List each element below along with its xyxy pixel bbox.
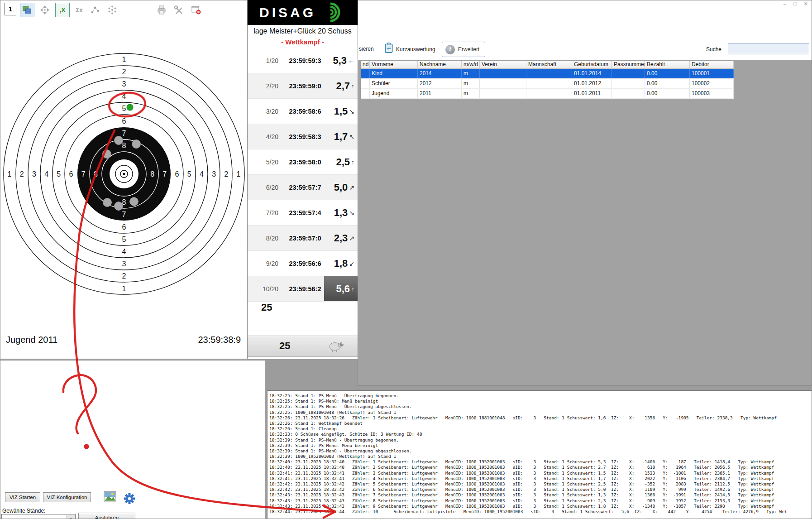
search-input[interactable] [728, 43, 809, 54]
member-cell: 2012 [418, 79, 462, 88]
shot-row[interactable]: 1/2023:59:59:35,3← [248, 48, 358, 73]
member-cell [361, 69, 370, 78]
viz-start-button[interactable]: VIZ Starten [5, 492, 40, 502]
shot-number: 4/20 [255, 133, 278, 140]
shot-row[interactable]: 8/2023:59:57:02,3↗ [248, 226, 358, 251]
log-line: 18:32:42: 23.11.2025 18:32:42 Zähler: 6 … [269, 487, 810, 492]
member-cell: Jugend [370, 89, 418, 98]
svg-text:5: 5 [122, 235, 126, 243]
member-cell: 01.01.2011 [572, 89, 612, 98]
chevron-down-icon[interactable]: ▼ [67, 515, 75, 519]
shot-time: 23:59:58:6 [285, 108, 325, 115]
shot-value-cell: 5,0↗ [324, 175, 358, 200]
shooter-label: Jugend 2011 [6, 335, 57, 345]
member-cell [361, 89, 370, 98]
shot-value-cell: 2,5↑ [324, 149, 358, 174]
column-header[interactable]: Passnummer [612, 61, 645, 69]
mascot-icon [328, 340, 346, 353]
member-cell: 01.01.2014 [572, 69, 612, 78]
shot-row[interactable]: 9/2023:59:56:61,8↙ [248, 251, 358, 276]
shot-row[interactable]: 4/2023:59:58:31,7↖ [248, 124, 358, 149]
svg-text:4: 4 [44, 170, 48, 178]
svg-text:7: 7 [162, 170, 167, 178]
member-cell: 0.00 [645, 69, 690, 78]
svg-text:3: 3 [32, 170, 36, 178]
shot-value-cell: 1,3↘ [324, 200, 358, 225]
stand-image-icon[interactable] [104, 491, 116, 502]
member-cell: m [462, 69, 480, 78]
shot-list: 1/2023:59:59:35,3←2/2023:59:59:02,7↑3/20… [248, 48, 358, 302]
erweitert-button[interactable]: i Erweitert [442, 42, 485, 57]
member-cell [526, 89, 572, 98]
shot-row[interactable]: 3/2023:59:58:61,5↘ [248, 99, 358, 124]
svg-text:7: 7 [81, 170, 86, 178]
viz-config-button[interactable]: VIZ Konfiguration [43, 492, 91, 502]
shot-row[interactable]: 7/2023:59:57:41,3↘ [248, 200, 358, 226]
shot-direction-arrow: ↑ [351, 285, 354, 293]
shot-value: 5,6 [336, 283, 350, 295]
shot-number: 7/20 [255, 209, 278, 216]
column-header[interactable]: nd [361, 61, 370, 69]
shot-direction-arrow: ← [348, 57, 354, 64]
shot-value: 2,3 [334, 232, 348, 244]
column-header[interactable]: Mannschaft [526, 61, 572, 69]
svg-text:1: 1 [122, 285, 126, 293]
log-line: 18:32:26: 23.11.2025 18:32:26 Zähler: 1 … [269, 415, 810, 421]
window-controls: – □ ✕ [783, 1, 808, 7]
log-line: 18:32:43: 23.11.2025 18:32:43 Zähler: 7 … [269, 492, 810, 498]
log-window[interactable]: 18:32:25: Stand 1: PS-Menü - Übertragung… [267, 390, 812, 519]
viz-panel: VIZ Starten VIZ Konfiguration Gewählte S… [0, 360, 265, 519]
column-header[interactable]: m/w/d [462, 61, 480, 69]
log-line: 18:32:25: Stand 1: PS-Menü - Übertragung… [269, 393, 810, 399]
target-timestamp: 23:59:38:9 [198, 335, 241, 345]
shot-direction-arrow: ↗ [349, 235, 354, 242]
svg-text:2: 2 [122, 68, 126, 76]
svg-text:3: 3 [122, 260, 126, 268]
shot-row[interactable]: 5/2023:59:58:02,5↑ [248, 149, 358, 175]
member-row[interactable]: Kind2014m01.01.20140.00100001 [361, 69, 734, 79]
column-header[interactable]: Debitor [690, 61, 734, 69]
shot-value: 5,0 [334, 182, 348, 193]
log-line: 18:32:39: Stand 1: PS-Menü - Übertragung… [269, 437, 810, 443]
execute-button[interactable]: Ausführen [78, 513, 135, 519]
members-window: – □ ✕ sieren Kurzauswertung i Erweitert … [358, 0, 812, 386]
svg-text:2: 2 [20, 170, 24, 178]
stands-dropdown[interactable]: ▼ [1, 514, 76, 519]
minimize-button[interactable]: – [783, 1, 786, 7]
table-header-row: ndVornameNachnamem/w/dVereinMannschaftGe… [361, 61, 734, 69]
shot-row[interactable]: 10/2023:59:56:25,6↑ [248, 276, 358, 302]
member-cell: Schüler [370, 79, 418, 88]
member-cell: 2011 [418, 89, 462, 98]
svg-text:2: 2 [122, 272, 126, 280]
svg-text:4: 4 [122, 92, 126, 100]
column-header[interactable]: Bezahlt [645, 61, 690, 69]
settings-gear-icon[interactable] [124, 493, 135, 505]
log-line: 18:32:25: 1000_1881001048 (Wettkampf) au… [269, 410, 810, 415]
column-header[interactable]: Verein [480, 61, 526, 69]
column-header[interactable]: Nachname [418, 61, 462, 69]
column-header[interactable]: Geburtsdatum [572, 61, 612, 69]
log-line: 18:32:43: 23.11.2025 18:32:43 Zähler: 9 … [269, 504, 810, 509]
shot-row[interactable]: 2/2023:59:59:02,7↑ [248, 73, 358, 99]
shot-time: 23:59:59:3 [285, 57, 325, 64]
shot-number: 6/20 [255, 184, 278, 191]
titlebar-divider [377, 22, 812, 22]
log-line: 18:32:42: 23.11.2025 18:32:42 Zähler: 5 … [269, 481, 810, 487]
disag-header: DISAG [248, 0, 358, 25]
close-button[interactable]: ✕ [804, 1, 808, 7]
shot-row[interactable]: 6/2023:59:57:75,0↗ [248, 175, 358, 200]
maximize-button[interactable]: □ [793, 1, 797, 7]
log-line: 18:32:41: 23.11.2025 18:32:41 Zähler: 4 … [269, 476, 810, 481]
member-row[interactable]: Jugend2011m01.01.20110.00100003 [361, 89, 734, 99]
svg-text:8: 8 [94, 170, 98, 178]
svg-text:8: 8 [150, 170, 154, 178]
column-header[interactable]: Vorname [370, 61, 418, 69]
info-icon: i [445, 45, 455, 54]
log-line: 18:32:25: Stand 1: PS-Menü: Menü bereini… [269, 399, 810, 404]
svg-text:7: 7 [122, 211, 126, 218]
kurzauswertung-button[interactable]: Kurzauswertung [396, 46, 435, 53]
shot-hole [115, 202, 123, 211]
shot-number: 5/20 [255, 159, 278, 166]
truncated-action-button[interactable]: sieren [359, 46, 374, 52]
member-row[interactable]: Schüler2012m01.01.20120.00100002 [361, 79, 734, 89]
